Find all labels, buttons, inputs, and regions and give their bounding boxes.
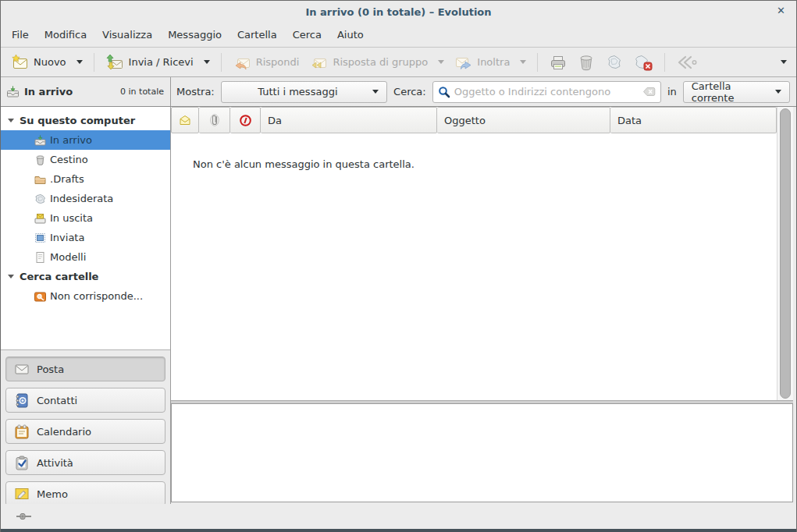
forward-dropdown-button[interactable]	[515, 57, 531, 67]
folder-item-label: In uscita	[50, 212, 93, 224]
group-reply-button[interactable]: Risposta di gruppo	[304, 51, 433, 73]
expander-icon[interactable]	[8, 275, 14, 278]
search-folder-icon	[34, 291, 46, 302]
outbox-icon	[34, 213, 46, 224]
toolbar-overflow-button[interactable]	[776, 57, 792, 67]
menu-aiuto[interactable]: Aiuto	[329, 25, 372, 44]
column-date-label: Data	[617, 115, 642, 126]
chevron-down-icon	[438, 60, 444, 64]
menu-file[interactable]: File	[4, 25, 37, 44]
sidebar: Su questo computer In arrivo	[1, 107, 171, 504]
folder-item-unmatched[interactable]: Non corrisponde...	[1, 286, 170, 306]
switcher-contacts-button[interactable]: Contatti	[5, 388, 165, 413]
chevron-down-icon	[76, 60, 83, 64]
new-dropdown-button[interactable]	[72, 57, 87, 67]
current-folder-label: In arrivo	[24, 86, 73, 98]
junk-button[interactable]	[600, 50, 628, 75]
show-filter-value: Tutti i messaggi	[229, 86, 366, 98]
folder-item-inbox[interactable]: In arrivo	[1, 130, 170, 150]
current-folder-indicator: In arrivo 0 in totale	[1, 77, 171, 106]
menu-cartella[interactable]: Cartella	[229, 25, 285, 44]
folder-item-drafts[interactable]: .Drafts	[1, 169, 170, 189]
online-status-icon[interactable]	[16, 512, 31, 521]
folder-item-outbox[interactable]: In uscita	[1, 208, 170, 228]
tasks-icon	[14, 456, 30, 470]
menu-modifica[interactable]: Modifica	[37, 25, 94, 44]
message-list-header: Da Oggetto Data	[171, 107, 777, 133]
message-status-icon	[179, 115, 191, 126]
toolbar-separator	[94, 53, 94, 72]
menu-cerca[interactable]: Cerca	[285, 25, 329, 44]
show-filter-dropdown[interactable]: Tutti i messaggi	[221, 81, 387, 103]
mail-icon	[14, 363, 30, 376]
column-priority[interactable]	[230, 107, 261, 133]
not-junk-button[interactable]	[628, 50, 658, 75]
inbox-icon	[6, 86, 20, 98]
menu-visualizza[interactable]: Visualizza	[94, 25, 160, 44]
main-panel: Da Oggetto Data Non c'è alcun messaggio …	[171, 107, 796, 504]
folder-item-label: Modelli	[50, 251, 86, 263]
clear-search-icon[interactable]	[642, 86, 656, 98]
new-button[interactable]: Nuovo	[5, 51, 72, 73]
folder-item-sent[interactable]: Inviata	[1, 228, 170, 247]
chevron-down-icon	[775, 90, 781, 94]
folder-item-label: In arrivo	[50, 134, 92, 146]
folder-item-trash[interactable]: Cestino	[1, 150, 170, 169]
forward-icon	[454, 55, 472, 70]
switcher-calendar-button[interactable]: Calendario	[5, 419, 165, 444]
show-label: Mostra:	[176, 86, 215, 98]
previous-message-button[interactable]	[671, 50, 704, 75]
folder-item-templates[interactable]: Modelli	[1, 247, 170, 267]
reply-button-label: Rispondi	[256, 56, 300, 68]
chevron-down-icon	[781, 60, 787, 64]
search-scope-dropdown[interactable]: Cartella corrente	[683, 81, 790, 103]
search-input[interactable]	[454, 86, 639, 98]
chevron-down-icon	[520, 60, 526, 64]
send-receive-dropdown-button[interactable]	[199, 57, 215, 67]
column-from[interactable]: Da	[261, 107, 437, 133]
tree-group-search-folders[interactable]: Cerca cartelle	[1, 267, 170, 286]
delete-button[interactable]	[572, 50, 600, 75]
switcher-mail-button[interactable]: Posta	[5, 356, 165, 381]
group-reply-dropdown-button[interactable]	[433, 57, 449, 67]
tree-group-on-this-computer[interactable]: Su questo computer	[1, 111, 170, 130]
attachment-icon	[210, 114, 219, 126]
templates-icon	[34, 252, 46, 263]
titlebar: In arrivo (0 in totale) – Evolution ✕	[1, 1, 796, 23]
folder-item-label: Inviata	[50, 232, 84, 243]
new-mail-icon	[11, 54, 29, 70]
message-list-body[interactable]: Non c'è alcun messaggio in questa cartel…	[171, 133, 777, 400]
column-status[interactable]	[171, 107, 199, 133]
scrollbar-thumb[interactable]	[780, 108, 791, 399]
reply-button[interactable]: Rispondi	[228, 51, 305, 73]
forward-button[interactable]: Inoltra	[449, 51, 515, 73]
folder-item-label: .Drafts	[50, 173, 84, 185]
menu-messaggio[interactable]: Messaggio	[160, 25, 229, 44]
inbox-icon	[34, 135, 46, 146]
tree-group-label: Su questo computer	[20, 115, 135, 126]
folder-count: 0 in totale	[120, 87, 164, 97]
switcher-label: Calendario	[37, 426, 91, 438]
contacts-icon	[14, 393, 30, 408]
print-icon	[549, 54, 568, 71]
switcher-memo-button[interactable]: Memo	[5, 481, 165, 506]
switcher-label: Posta	[37, 364, 64, 375]
preview-pane[interactable]	[171, 404, 793, 502]
switcher-tasks-button[interactable]: Attività	[5, 450, 165, 475]
junk-icon	[34, 193, 46, 204]
expander-icon[interactable]	[8, 119, 14, 122]
column-subject[interactable]: Oggetto	[437, 107, 610, 133]
calendar-icon	[14, 424, 30, 439]
switcher-label: Memo	[37, 488, 68, 500]
print-button[interactable]	[544, 50, 572, 75]
close-icon[interactable]: ✕	[777, 5, 785, 16]
column-date[interactable]: Data	[610, 107, 777, 133]
send-receive-button[interactable]: Invia / Ricevi	[101, 51, 199, 73]
folder-item-junk[interactable]: Indesiderata	[1, 189, 170, 208]
switcher-label: Contatti	[37, 395, 77, 406]
column-attachment[interactable]	[199, 107, 230, 133]
message-list-scrollbar[interactable]	[777, 107, 793, 400]
toolbar-separator	[221, 53, 222, 72]
evolution-window: In arrivo (0 in totale) – Evolution ✕ Fi…	[0, 0, 797, 532]
toolbar-separator	[664, 53, 665, 72]
